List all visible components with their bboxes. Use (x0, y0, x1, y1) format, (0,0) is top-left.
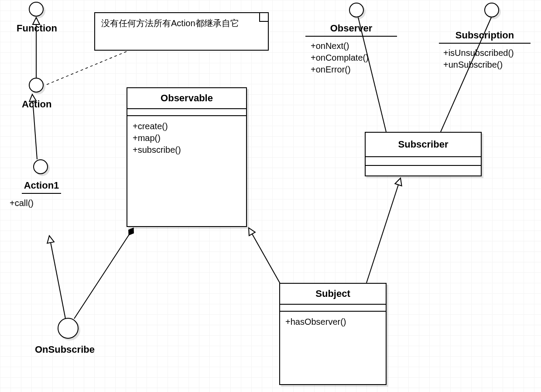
note: 没有任何方法所有Action都继承自它 (94, 12, 269, 51)
observable-methods: +create() +map() +subscribe() (127, 116, 246, 160)
subscription-method-isunsubscribed: +isUnsubscribed() (443, 47, 514, 59)
onsubscribe-interface-label: OnSubscribe (35, 344, 95, 355)
onsubscribe-interface-circle (58, 318, 79, 339)
subject-method-hasobserver: +hasObserver() (285, 316, 380, 328)
svg-line-8 (45, 52, 127, 85)
action1-interface-circle (33, 159, 48, 174)
subject-class: Subject +hasObserver() (279, 283, 387, 385)
subscription-method-unsubscribe: +unSubscribe() (443, 59, 514, 71)
note-text: 没有任何方法所有Action都继承自它 (95, 13, 268, 34)
observer-method-oncomplate: +onComplate() (311, 52, 369, 64)
subscription-methods: +isUnsubscribed() +unSubscribe() (443, 47, 514, 71)
uml-canvas: Function Action Action1 +call() OnSubscr… (0, 0, 541, 392)
action1-interface-label: Action1 (22, 180, 61, 194)
observer-methods: +onNext() +onComplate() +onError() (311, 40, 369, 76)
observer-method-onnext: +onNext() (311, 40, 369, 52)
action1-method-call: +call() (10, 197, 34, 209)
observable-class-title: Observable (127, 88, 246, 109)
observer-method-onerror: +onError() (311, 64, 369, 76)
observable-method-create: +create() (133, 120, 241, 132)
subscription-interface-label: Subscription (439, 30, 531, 44)
observer-interface-circle (349, 3, 364, 17)
observable-method-map: +map() (133, 132, 241, 144)
subscriber-class: Subscriber (365, 132, 482, 176)
svg-line-2 (49, 236, 65, 319)
subscription-interface-circle (484, 3, 499, 17)
svg-line-3 (74, 228, 134, 319)
observable-class: Observable +create() +map() +subscribe() (127, 87, 247, 227)
function-interface-circle (29, 2, 44, 17)
subject-class-title: Subject (280, 284, 386, 305)
note-fold-icon (259, 13, 268, 22)
subject-methods: +hasObserver() (280, 312, 386, 332)
function-interface-label: Function (17, 23, 57, 34)
action-interface-label: Action (22, 99, 51, 110)
action1-methods: +call() (10, 197, 34, 209)
svg-line-5 (366, 178, 401, 283)
observable-method-subscribe: +subscribe() (133, 144, 241, 156)
subscriber-class-title: Subscriber (366, 133, 481, 157)
action-interface-circle (29, 78, 44, 93)
observer-interface-label: Observer (305, 23, 397, 37)
